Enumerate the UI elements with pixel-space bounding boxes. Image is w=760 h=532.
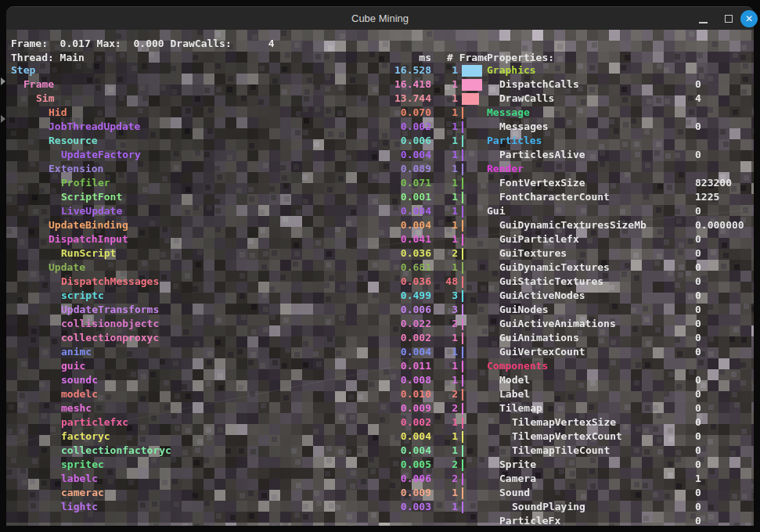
close-button[interactable]: ✕ xyxy=(739,7,759,31)
close-icon: ✕ xyxy=(740,10,758,27)
minimize-icon xyxy=(699,22,708,23)
behind-window-artifact xyxy=(1,115,5,123)
behind-window-artifact xyxy=(1,77,5,85)
game-viewport-shade xyxy=(6,30,754,526)
maximize-icon xyxy=(725,15,733,23)
maximize-button[interactable] xyxy=(719,7,739,31)
screen: Cube Mining ✕ Frame: 0.017 Max: 0.000 Dr… xyxy=(0,0,760,532)
minimize-button[interactable] xyxy=(693,7,714,31)
window-title: Cube Mining xyxy=(6,7,754,31)
window-titlebar[interactable]: Cube Mining ✕ xyxy=(6,6,754,31)
